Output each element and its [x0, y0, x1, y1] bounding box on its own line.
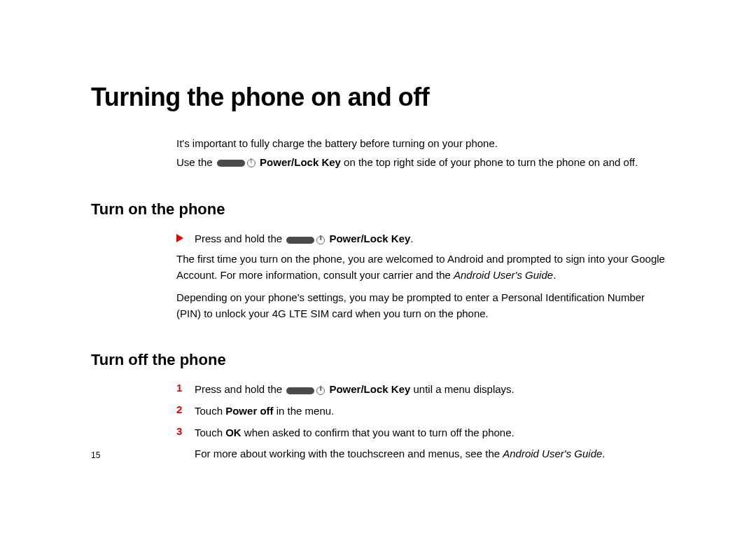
intro-p2-suffix: on the top right side of your phone to t… — [341, 156, 638, 168]
footer-suffix: . — [602, 448, 605, 459]
page-title: Turning the phone on and off — [91, 83, 665, 112]
turn-on-step-keylabel: Power/Lock Key — [329, 233, 410, 244]
section-heading-turn-on: Turn on the phone — [91, 200, 665, 219]
turn-off-step-2: 2 Touch Power off in the menu. — [176, 403, 665, 420]
step-number: 1 — [176, 382, 195, 394]
step-number: 2 — [176, 403, 195, 415]
intro-section: It's important to fully charge the batte… — [176, 136, 665, 171]
page-number: 15 — [91, 450, 100, 460]
turn-on-p1-prefix: The first time you turn on the phone, yo… — [176, 253, 665, 281]
step2-bold: Power off — [225, 405, 273, 417]
step3-prefix: Touch — [195, 427, 225, 438]
footer-prefix: For more about working with the touchscr… — [195, 448, 503, 459]
step3-bold: OK — [225, 427, 241, 438]
intro-p2-keylabel: Power/Lock Key — [260, 156, 341, 168]
turn-on-step-text: Press and hold the Power/Lock Key. — [195, 231, 665, 247]
turn-on-p1-italic: Android User's Guide — [454, 269, 553, 281]
turn-on-step: Press and hold the Power/Lock Key. — [176, 231, 665, 247]
step2-suffix: in the menu. — [274, 405, 335, 417]
turn-off-footer-paragraph: For more about working with the touchscr… — [195, 446, 665, 462]
turn-on-p1-suffix: . — [553, 269, 556, 281]
intro-paragraph-2: Use the Power/Lock Key on the top right … — [176, 155, 665, 171]
power-lock-key-icon — [286, 382, 325, 399]
turn-off-step-3: 3 Touch OK when asked to confirm that yo… — [176, 425, 665, 441]
turn-off-steps: 1 Press and hold the Power/Lock Key unti… — [91, 382, 665, 441]
power-lock-key-icon — [286, 232, 325, 248]
step1-suffix: until a menu displays. — [410, 383, 514, 395]
turn-on-paragraph-1: The first time you turn on the phone, yo… — [176, 251, 665, 283]
turn-off-step-3-text: Touch OK when asked to confirm that you … — [195, 425, 665, 441]
step-number: 3 — [176, 425, 195, 437]
turn-on-step-suffix: . — [410, 233, 413, 244]
turn-on-step-prefix: Press and hold the — [195, 233, 285, 244]
power-lock-key-icon — [217, 155, 255, 171]
step1-prefix: Press and hold the — [195, 383, 285, 395]
step3-suffix: when asked to confirm that you want to t… — [241, 427, 514, 438]
turn-on-paragraph-2: Depending on your phone's settings, you … — [176, 290, 665, 321]
document-page: Turning the phone on and off It's import… — [0, 0, 756, 462]
step1-keylabel: Power/Lock Key — [329, 383, 410, 395]
intro-p2-prefix: Use the — [176, 156, 216, 168]
bullet-triangle-icon — [176, 231, 195, 244]
turn-off-step-2-text: Touch Power off in the menu. — [195, 403, 665, 420]
turn-off-step-1: 1 Press and hold the Power/Lock Key unti… — [176, 382, 665, 398]
intro-paragraph-1: It's important to fully charge the batte… — [176, 136, 665, 152]
step2-prefix: Touch — [195, 405, 225, 417]
footer-italic: Android User's Guide — [503, 448, 602, 459]
section-heading-turn-off: Turn off the phone — [91, 351, 665, 369]
turn-off-step-1-text: Press and hold the Power/Lock Key until … — [195, 382, 665, 398]
